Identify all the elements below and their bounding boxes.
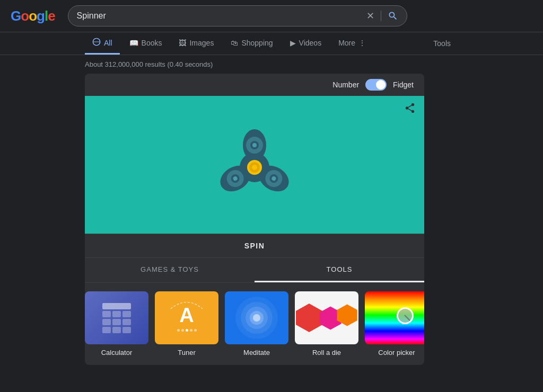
calculator-label: Calculator [101,349,133,357]
nav-tools-label: Tools [433,39,451,48]
nav-item-more[interactable]: More ⋮ [331,33,373,54]
tool-card-color-picker[interactable]: Color picker [365,291,424,357]
category-tabs: GAMES & TOYS TOOLS [85,257,424,283]
tool-card-calculator[interactable]: Calculator [85,291,148,357]
spin-button[interactable]: SPIN [244,242,265,250]
svg-point-7 [252,143,257,147]
tool-card-die[interactable]: Roll a die [295,291,358,357]
calculator-thumbnail [85,291,148,344]
nav-books-label: Books [142,39,162,47]
search-button[interactable] [388,11,398,21]
nav-item-shopping[interactable]: 🛍 Shopping [223,33,280,54]
search-bar: ✕ [68,5,407,26]
color-picker-thumbnail [365,291,424,344]
results-count: About 312,000,000 results (0.40 seconds) [85,60,213,68]
meditate-label: Meditate [243,349,270,357]
nav-item-books[interactable]: 📖 Books [122,33,170,54]
nav-videos-label: Videos [299,39,322,47]
google-logo: Google [11,8,55,24]
toggle-switch[interactable] [365,79,387,91]
header: Google ✕ [0,0,543,32]
spinner-graphic [202,112,308,218]
svg-marker-19 [337,304,357,326]
main-content: Number Fidget [0,74,543,365]
videos-icon: ▶ [290,39,296,47]
nav-images-label: Images [189,39,214,47]
meditate-thumbnail [225,291,288,344]
tools-label: TOOLS [327,265,353,273]
nav-item-images[interactable]: 🖼 Images [171,33,221,54]
spin-label: SPIN [244,242,265,250]
tool-card-meditate[interactable]: Meditate [225,291,288,357]
nav-item-videos[interactable]: ▶ Videos [283,33,329,54]
images-icon: 🖼 [179,39,186,47]
color-picker-label: Color picker [378,349,415,357]
spinner-canvas[interactable] [85,96,424,234]
toggle-thumb [376,80,386,90]
fidget-label: Fidget [393,81,414,89]
tuner-label: Tuner [178,349,195,357]
spinner-widget: Number Fidget [85,74,424,365]
widget-header: Number Fidget [85,74,424,96]
nav-item-all[interactable]: All [85,32,120,55]
share-button[interactable] [404,102,416,117]
spin-button-row: SPIN [85,234,424,257]
die-label: Roll a die [312,349,341,357]
nav-more-label: More [338,39,355,47]
results-info: About 312,000,000 results (0.40 seconds) [0,55,543,74]
shopping-icon: 🛍 [231,39,238,47]
tab-tools[interactable]: TOOLS [255,258,424,282]
number-label: Number [332,81,359,89]
tool-cards: Calculator A [85,283,424,365]
nav-shopping-label: Shopping [241,39,273,47]
search-divider [381,11,381,21]
svg-point-16 [252,165,257,170]
search-input[interactable] [77,11,360,21]
tool-card-tuner[interactable]: A Tuner [155,291,218,357]
clear-button[interactable]: ✕ [366,10,374,22]
games-toys-label: GAMES & TOYS [141,265,199,273]
books-icon: 📖 [129,39,138,47]
nav-all-label: All [104,39,112,47]
more-chevron-icon: ⋮ [358,39,366,47]
nav-tools[interactable]: Tools [426,34,458,53]
nav: All 📖 Books 🖼 Images 🛍 Shopping ▶ Videos… [0,32,543,55]
tuner-thumbnail: A [155,291,218,344]
all-icon [92,38,101,48]
tab-games-toys[interactable]: GAMES & TOYS [85,258,255,282]
die-thumbnail [295,291,358,344]
